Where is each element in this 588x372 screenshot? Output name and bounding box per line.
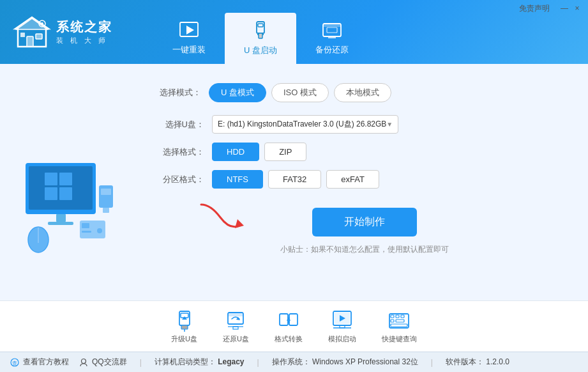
tool-shortcut[interactable]: 快捷键查询 — [382, 309, 417, 344]
format-row: 选择格式： HDD ZIP — [160, 143, 569, 161]
tab-usb[interactable]: U 盘启动 — [225, 13, 296, 64]
svg-rect-29 — [103, 208, 109, 213]
mode-label: 选择模式： — [160, 87, 201, 98]
svg-rect-23 — [45, 187, 57, 200]
logo-subtitle: 装 机 大 师 — [56, 36, 112, 45]
usb-dropdown[interactable]: E: (hd1) KingstonDataTraveler 3.0 (U盘) 2… — [212, 115, 398, 134]
tool-format-convert[interactable]: 格式转换 — [275, 309, 303, 344]
titlebar: 免责声明 — × — [514, 0, 588, 17]
tips-row: 小贴士：如果不知道怎么配置，使用默认配置即可 — [160, 244, 569, 255]
minimize-button[interactable]: — — [559, 3, 570, 14]
tab-reinstall-label: 一键重装 — [172, 44, 206, 56]
svg-rect-34 — [82, 223, 89, 228]
shortcut-icon — [388, 309, 411, 332]
svg-rect-15 — [323, 24, 341, 27]
dropdown-arrow-icon: ▼ — [386, 121, 393, 128]
usb-select-row: 选择U盘： E: (hd1) KingstonDataTraveler 3.0 … — [160, 115, 569, 134]
tool-upgrade-usb[interactable]: 升级U盘 — [171, 309, 197, 344]
svg-rect-44 — [228, 313, 243, 316]
svg-rect-18 — [327, 27, 337, 33]
statusbar-divider-1: | — [140, 358, 142, 367]
svg-rect-25 — [56, 214, 66, 222]
logo-area: 系统之家 装 机 大 师 — [0, 15, 140, 50]
format-btn-group: HDD ZIP — [212, 143, 306, 161]
tab-reinstall[interactable]: 一键重装 — [153, 13, 225, 64]
svg-rect-12 — [257, 34, 259, 35]
partition-row: 分区格式： NTFS FAT32 exFAT — [160, 170, 569, 189]
tool-sim-boot-label: 模拟启动 — [328, 334, 356, 344]
partition-label: 分区格式： — [160, 174, 204, 185]
qq-group-label: QQ交流群 — [92, 357, 127, 368]
tips-text: 小贴士：如果不知道怎么配置，使用默认配置即可 — [280, 245, 449, 254]
tool-restore-usb[interactable]: 还原U盘 — [223, 309, 249, 344]
svg-rect-13 — [262, 34, 264, 35]
tool-format-convert-label: 格式转换 — [275, 334, 303, 344]
header: 系统之家 装 机 大 师 一键重装 — [0, 0, 588, 64]
tool-sim-boot[interactable]: 模拟启动 — [328, 309, 356, 344]
start-btn-row: 开始制作 — [160, 208, 569, 236]
usb-icon — [252, 20, 269, 42]
format-btn-zip[interactable]: ZIP — [264, 143, 306, 161]
partition-btn-group: NTFS FAT32 exFAT — [212, 170, 379, 189]
disclaimer-link[interactable]: 免责声明 — [519, 3, 550, 14]
format-label: 选择格式： — [160, 146, 204, 158]
tool-restore-usb-label: 还原U盘 — [223, 334, 249, 344]
svg-rect-3 — [36, 34, 42, 39]
tool-upgrade-usb-label: 升级U盘 — [171, 334, 197, 344]
svg-rect-60 — [396, 320, 404, 322]
partition-btn-fat32[interactable]: FAT32 — [268, 170, 321, 189]
svg-rect-11 — [259, 33, 262, 38]
svg-rect-24 — [59, 187, 72, 200]
usb-dropdown-value: E: (hd1) KingstonDataTraveler 3.0 (U盘) 2… — [218, 119, 386, 130]
format-btn-hdd[interactable]: HDD — [212, 143, 259, 161]
statusbar-divider-3: | — [431, 358, 433, 367]
svg-rect-4 — [20, 33, 25, 37]
boot-type-label: 计算机启动类型： Legacy — [155, 357, 245, 368]
os-info: 操作系统： Windows XP Professional 32位 — [272, 357, 418, 368]
svg-rect-2 — [27, 36, 33, 47]
svg-rect-61 — [391, 324, 407, 327]
svg-point-35 — [97, 228, 102, 233]
svg-marker-8 — [186, 26, 194, 35]
logo-icon — [13, 15, 51, 50]
qq-icon — [79, 358, 88, 367]
partition-btn-ntfs[interactable]: NTFS — [212, 170, 263, 189]
backup-icon — [322, 21, 342, 42]
restore-usb-icon — [224, 309, 247, 332]
statusbar: 查 查看官方教程 QQ交流群 | 计算机启动类型： Legacy | 操作系统：… — [0, 352, 588, 372]
tab-backup[interactable]: 备份还原 — [296, 13, 368, 64]
svg-rect-56 — [391, 315, 394, 318]
bottom-tools: 升级U盘 还原U盘 格式转换 — [0, 300, 588, 352]
svg-rect-36 — [82, 231, 91, 233]
tutorial-icon: 查 — [10, 358, 19, 367]
illustration-svg — [13, 157, 128, 259]
svg-rect-49 — [289, 314, 298, 325]
partition-btn-exfat[interactable]: exFAT — [326, 170, 379, 189]
start-button[interactable]: 开始制作 — [312, 208, 417, 236]
upgrade-usb-icon — [173, 309, 196, 332]
svg-rect-58 — [401, 315, 404, 318]
svg-rect-57 — [396, 315, 399, 318]
logo-title: 系统之家 — [56, 19, 112, 36]
statusbar-divider-2: | — [257, 358, 259, 367]
close-button[interactable]: × — [571, 3, 583, 14]
tutorial-link[interactable]: 查 查看官方教程 — [10, 357, 69, 368]
version-info: 软件版本： 1.2.0.0 — [446, 357, 509, 368]
svg-rect-48 — [280, 314, 288, 325]
mode-btn-local[interactable]: 本地模式 — [334, 83, 391, 102]
svg-point-6 — [41, 22, 43, 25]
mode-row: 选择模式： U 盘模式 ISO 模式 本地模式 — [160, 83, 569, 102]
svg-rect-10 — [258, 24, 263, 27]
svg-rect-46 — [233, 327, 238, 329]
usb-select-label: 选择U盘： — [160, 119, 204, 130]
tool-shortcut-label: 快捷键查询 — [382, 334, 417, 344]
arrow-decoration — [198, 201, 249, 233]
qq-group-link[interactable]: QQ交流群 — [79, 357, 127, 368]
svg-rect-26 — [48, 222, 73, 225]
svg-marker-37 — [235, 219, 244, 228]
mode-btn-usb[interactable]: U 盘模式 — [209, 83, 266, 102]
tab-backup-label: 备份还原 — [315, 44, 349, 56]
mode-btn-iso[interactable]: ISO 模式 — [271, 83, 329, 102]
tab-usb-label: U 盘启动 — [244, 45, 277, 56]
format-convert-icon — [277, 309, 300, 332]
